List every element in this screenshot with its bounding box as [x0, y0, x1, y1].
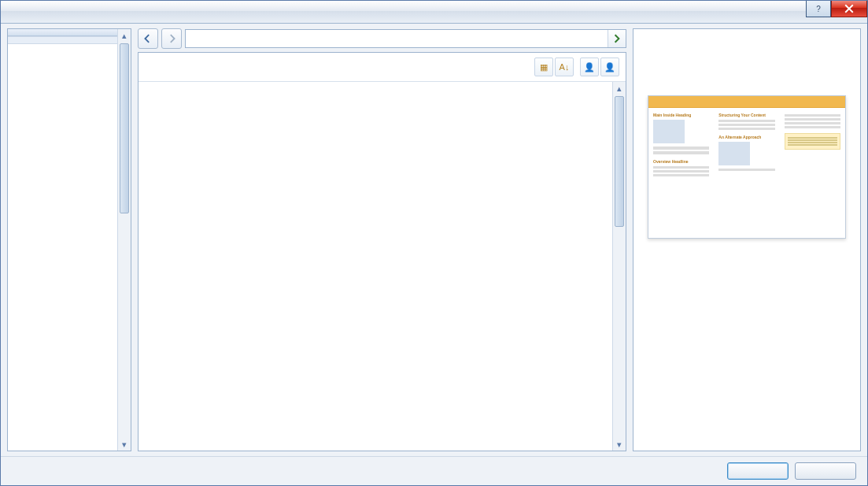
back-button[interactable]: [138, 28, 158, 49]
titlebar: ?: [1, 1, 867, 24]
templates-sidebar: ▴ ▾: [7, 28, 131, 451]
scroll-down-icon[interactable]: ▾: [118, 438, 131, 451]
window-buttons: ?: [806, 1, 867, 17]
sidebar-scrollbar[interactable]: ▴ ▾: [117, 29, 131, 451]
scroll-up-icon[interactable]: ▴: [613, 82, 626, 95]
toolbar: [138, 28, 626, 49]
dialog-footer: [1, 456, 867, 485]
help-icon: ?: [816, 5, 821, 13]
scrollbar-thumb[interactable]: [120, 43, 129, 213]
preview-thumbnail: Main Inside Heading Overview Headline St…: [648, 95, 846, 239]
user-remove-button[interactable]: 👤: [600, 58, 619, 76]
close-icon: [844, 4, 854, 13]
download-button[interactable]: [727, 462, 789, 480]
close-button[interactable]: [831, 1, 867, 17]
user-button[interactable]: 👤: [580, 58, 599, 76]
forward-button[interactable]: [161, 28, 182, 49]
thumbnails-icon: ▦: [540, 62, 548, 72]
center-pane: ▦ A↓ 👤 👤 ▴ ▾: [138, 28, 626, 451]
cancel-button[interactable]: [795, 462, 856, 480]
sidebar-scroll: ▴ ▾: [8, 29, 131, 451]
gallery-scrollbar[interactable]: ▴ ▾: [612, 82, 626, 451]
template-gallery: [139, 82, 612, 451]
scrollbar-thumb[interactable]: [615, 96, 624, 227]
user-remove-icon: 👤: [604, 62, 615, 72]
search-box: [185, 29, 626, 48]
preview-content: Main Inside Heading Overview Headline St…: [633, 28, 861, 451]
gallery-wrap: ▴ ▾: [139, 82, 626, 451]
preview-rating-row: [643, 42, 851, 51]
scroll-down-icon[interactable]: ▾: [613, 438, 626, 451]
search-input[interactable]: [186, 30, 608, 47]
user-icon: 👤: [584, 62, 595, 72]
new-document-dialog: ? ▴ ▾: [0, 0, 868, 486]
sort-icon: A↓: [560, 62, 570, 72]
view-thumbnails-button[interactable]: ▦: [534, 58, 553, 76]
preview-pane: Main Inside Heading Overview Headline St…: [633, 28, 861, 451]
sidebar-header: [8, 29, 131, 36]
arrow-right-icon: [167, 34, 176, 43]
search-go-button[interactable]: [608, 30, 626, 47]
dialog-body: ▴ ▾: [1, 24, 867, 456]
sidebar-subheader: [8, 36, 131, 44]
sort-button[interactable]: A↓: [555, 58, 574, 76]
help-button[interactable]: ?: [806, 1, 831, 17]
scroll-up-icon[interactable]: ▴: [118, 29, 131, 42]
content-header: ▦ A↓ 👤 👤: [139, 53, 626, 82]
content-pane: ▦ A↓ 👤 👤 ▴ ▾: [138, 52, 626, 451]
arrow-left-icon: [143, 34, 153, 43]
arrow-right-icon: [612, 34, 622, 43]
